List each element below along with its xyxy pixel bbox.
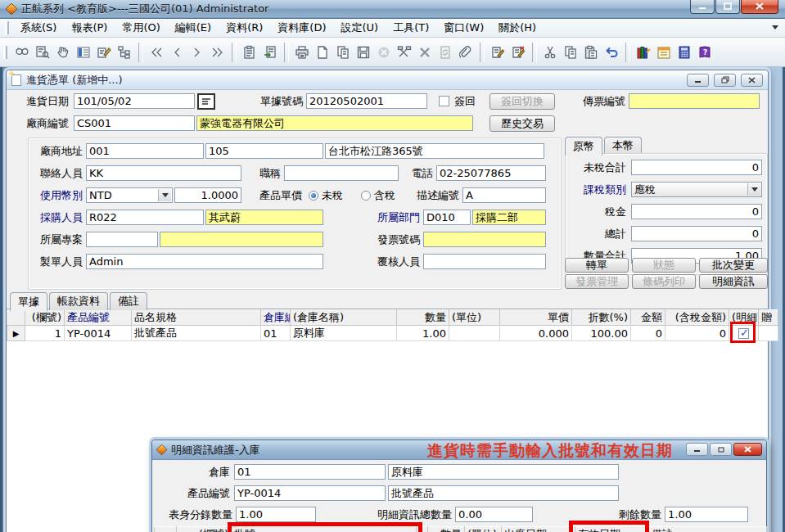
dialog-close-button[interactable] bbox=[733, 443, 762, 456]
maximize-button[interactable] bbox=[715, 0, 740, 14]
report-icon[interactable] bbox=[633, 42, 653, 62]
doc-close-button[interactable] bbox=[741, 74, 763, 87]
paste-icon[interactable] bbox=[580, 42, 601, 62]
vendor-addr-input[interactable]: 台北市松江路365號 bbox=[325, 143, 544, 159]
import-icon[interactable] bbox=[259, 42, 280, 62]
next-record-icon[interactable] bbox=[187, 42, 207, 62]
sign-reject-icon[interactable] bbox=[508, 42, 528, 62]
phone-input[interactable]: 02-25077865 bbox=[436, 165, 546, 181]
creator-input[interactable]: Admin bbox=[86, 254, 323, 269]
tools-icon[interactable] bbox=[394, 42, 414, 62]
menu-edit[interactable]: 編輯(E) bbox=[168, 19, 219, 38]
refresh-icon[interactable] bbox=[435, 42, 455, 62]
col-batch-no[interactable]: 批號 bbox=[232, 527, 417, 532]
sign-out-icon[interactable] bbox=[487, 42, 508, 62]
save-icon[interactable] bbox=[353, 42, 373, 62]
col-unit-price[interactable]: 單價 bbox=[500, 310, 572, 326]
exchange-rate-input[interactable]: 1.0000 bbox=[174, 187, 241, 203]
cell-qty[interactable]: 1.00 bbox=[397, 326, 449, 341]
cell-row-no[interactable]: 1 bbox=[25, 326, 65, 341]
buyer-name-field[interactable]: 其武蔚 bbox=[205, 210, 323, 225]
hand-icon[interactable] bbox=[52, 42, 73, 62]
tab-account-data[interactable]: 帳款資料 bbox=[49, 292, 108, 310]
tab-original-currency[interactable]: 原幣 bbox=[565, 137, 602, 156]
attach-icon[interactable] bbox=[455, 42, 476, 62]
history-button[interactable]: 歷史交易 bbox=[489, 115, 555, 132]
col-product-name[interactable]: 品名規格 bbox=[132, 310, 261, 326]
barcode-print-button[interactable]: 條碼列印 bbox=[632, 274, 696, 289]
buyer-input[interactable]: R022 bbox=[86, 210, 204, 225]
untaxed-radio[interactable]: 未稅 bbox=[309, 187, 358, 204]
edit-record-icon[interactable] bbox=[93, 42, 114, 62]
menu-reports[interactable]: 報表(P) bbox=[64, 19, 115, 38]
reviewer-input[interactable] bbox=[423, 254, 546, 269]
menu-tools[interactable]: 工具(T) bbox=[386, 19, 436, 38]
remaining-qty-input[interactable]: 1.00 bbox=[665, 507, 748, 522]
tab-voucher[interactable]: 單據 bbox=[10, 292, 47, 311]
dept-name-field[interactable]: 採購二部 bbox=[472, 210, 546, 225]
calendar-icon[interactable] bbox=[653, 42, 674, 62]
menu-system[interactable]: 系統(S) bbox=[13, 19, 64, 38]
chevron-down-icon[interactable] bbox=[158, 189, 171, 201]
col-unit[interactable]: (單位) bbox=[465, 527, 502, 532]
tax-input[interactable]: 0 bbox=[631, 204, 762, 219]
copy-document-icon[interactable] bbox=[332, 42, 353, 62]
project-input[interactable] bbox=[86, 232, 158, 247]
cell-unit[interactable] bbox=[449, 326, 500, 341]
cancel-icon[interactable] bbox=[373, 42, 394, 62]
warehouse-name-field[interactable]: 原料庫 bbox=[388, 464, 619, 480]
cell-gift[interactable] bbox=[759, 326, 778, 341]
col-qty[interactable]: 數量 bbox=[428, 527, 465, 532]
dialog-minimize-button[interactable] bbox=[686, 443, 708, 456]
minimize-button[interactable] bbox=[690, 0, 715, 14]
last-record-icon[interactable] bbox=[207, 42, 228, 62]
status-button[interactable]: 狀態 bbox=[632, 258, 696, 273]
vendor-addr-code-input[interactable]: 001 bbox=[86, 143, 204, 159]
clipboard-icon[interactable] bbox=[239, 42, 259, 62]
previous-record-icon[interactable] bbox=[166, 42, 187, 62]
detail-info-button[interactable]: 明細資訊 bbox=[699, 274, 768, 289]
cell-product-name[interactable]: 批號產品 bbox=[132, 326, 261, 341]
vendor-addr-zip-input[interactable]: 105 bbox=[205, 143, 323, 159]
calculator-icon[interactable] bbox=[674, 42, 694, 62]
currency-select[interactable]: NTD bbox=[86, 187, 173, 203]
dept-input[interactable]: D010 bbox=[423, 210, 471, 225]
col-warehouse-name[interactable]: (倉庫名稱) bbox=[291, 310, 397, 326]
row-selector[interactable]: ▶ bbox=[7, 326, 25, 341]
untaxed-total-input[interactable]: 0 bbox=[631, 160, 762, 175]
first-record-icon[interactable] bbox=[146, 42, 166, 62]
find-record-icon[interactable] bbox=[32, 42, 52, 62]
find-icon[interactable] bbox=[11, 42, 32, 62]
menu-database[interactable]: 資料庫(D) bbox=[270, 19, 333, 38]
calendar-picker-icon[interactable] bbox=[197, 93, 215, 110]
invoice-no-input[interactable] bbox=[423, 232, 546, 247]
voucher-no-input[interactable] bbox=[629, 93, 760, 109]
menu-common[interactable]: 常用(O) bbox=[115, 19, 167, 38]
col-warehouse-no[interactable]: 倉庫編 bbox=[261, 310, 291, 326]
cell-discount[interactable]: 100.00 bbox=[572, 326, 631, 341]
tree-view-icon[interactable] bbox=[114, 42, 134, 62]
new-document-icon[interactable] bbox=[312, 42, 332, 62]
col-amount[interactable]: 金額 bbox=[631, 310, 665, 326]
col-unit[interactable]: (單位) bbox=[449, 310, 500, 326]
tax-type-select[interactable]: 應稅 bbox=[631, 182, 762, 197]
col-detail[interactable]: (明細) bbox=[729, 310, 759, 326]
checked-checkbox-icon[interactable] bbox=[738, 328, 749, 339]
vendor-name-field[interactable]: 蒙強電器有限公司 bbox=[196, 115, 473, 131]
body-qty-input[interactable]: 1.00 bbox=[236, 507, 316, 522]
menu-data[interactable]: 資料(R) bbox=[219, 19, 270, 38]
cell-product-no[interactable]: YP-0014 bbox=[65, 326, 132, 341]
batch-change-button[interactable]: 批次變更 bbox=[699, 258, 768, 273]
dialog-restore-button[interactable] bbox=[710, 443, 732, 456]
sign-back-checkbox[interactable] bbox=[439, 96, 449, 106]
doc-minimize-button[interactable] bbox=[687, 74, 709, 87]
cut-icon[interactable] bbox=[539, 42, 560, 62]
menu-window[interactable]: 窗口(W) bbox=[436, 19, 491, 38]
col-taxed-amount[interactable]: (含稅金額) bbox=[665, 310, 729, 326]
menu-about[interactable]: 關於(H) bbox=[491, 19, 544, 38]
desc-no-input[interactable]: A bbox=[462, 187, 546, 203]
col-expiry-date[interactable]: 有效日期 bbox=[575, 527, 649, 532]
transfer-button[interactable]: 轉單 bbox=[565, 258, 629, 273]
copy-icon[interactable] bbox=[560, 42, 580, 62]
col-discount[interactable]: 折數(%) bbox=[572, 310, 631, 326]
